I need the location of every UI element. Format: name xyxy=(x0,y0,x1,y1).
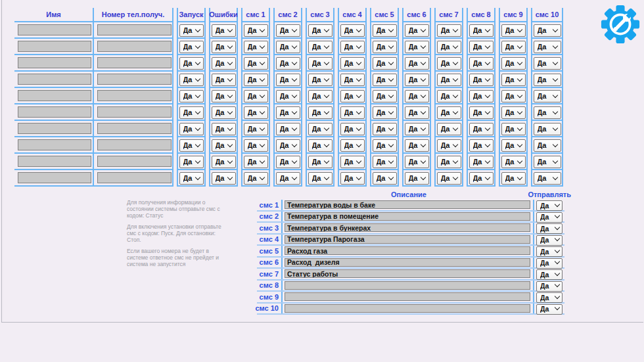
sms-8-select[interactable]: Да xyxy=(469,24,494,37)
sms-3-select[interactable]: Да xyxy=(308,139,333,152)
start-select[interactable]: Да xyxy=(179,57,204,70)
sms-2-select[interactable]: Да xyxy=(276,74,300,86)
sms-3-select[interactable]: Да xyxy=(308,156,333,168)
sms-send-select[interactable]: Да xyxy=(536,269,563,280)
sms-6-select[interactable]: Да xyxy=(405,139,429,152)
sms-description-input[interactable] xyxy=(285,223,530,232)
sms-3-select[interactable]: Да xyxy=(308,41,333,53)
sms-2-select[interactable]: Да xyxy=(276,41,300,53)
sms-9-select[interactable]: Да xyxy=(501,41,526,53)
sms-8-select[interactable]: Да xyxy=(469,41,494,53)
recipient-name-input[interactable] xyxy=(18,172,91,183)
recipient-phone-input[interactable] xyxy=(97,123,172,134)
sms-5-select[interactable]: Да xyxy=(373,156,397,168)
sms-9-select[interactable]: Да xyxy=(501,123,526,135)
sms-5-select[interactable]: Да xyxy=(373,41,397,53)
sms-4-select[interactable]: Да xyxy=(340,172,365,185)
recipient-phone-input[interactable] xyxy=(97,24,172,35)
sms-2-select[interactable]: Да xyxy=(276,57,300,70)
start-select[interactable]: Да xyxy=(179,24,204,37)
sms-8-select[interactable]: Да xyxy=(469,106,494,119)
sms-6-select[interactable]: Да xyxy=(405,123,429,135)
sms-2-select[interactable]: Да xyxy=(276,24,300,37)
sms-2-select[interactable]: Да xyxy=(276,172,300,185)
sms-7-select[interactable]: Да xyxy=(437,123,461,135)
sms-3-select[interactable]: Да xyxy=(308,74,333,86)
sms-send-select[interactable]: Да xyxy=(536,223,563,234)
sms-1-select[interactable]: Да xyxy=(244,74,268,86)
recipient-name-input[interactable] xyxy=(18,106,91,118)
sms-1-select[interactable]: Да xyxy=(244,123,268,135)
sms-1-select[interactable]: Да xyxy=(244,139,268,152)
sms-2-select[interactable]: Да xyxy=(276,90,300,102)
sms-4-select[interactable]: Да xyxy=(340,156,365,168)
sms-6-select[interactable]: Да xyxy=(405,57,429,70)
sms-3-select[interactable]: Да xyxy=(308,123,333,135)
sms-2-select[interactable]: Да xyxy=(276,156,300,168)
sms-5-select[interactable]: Да xyxy=(373,57,397,70)
sms-description-input[interactable] xyxy=(285,235,530,244)
sms-8-select[interactable]: Да xyxy=(469,90,494,102)
sms-9-select[interactable]: Да xyxy=(501,57,526,70)
recipient-phone-input[interactable] xyxy=(97,139,172,150)
sms-4-select[interactable]: Да xyxy=(340,41,365,53)
errors-select[interactable]: Да xyxy=(212,139,236,152)
sms-10-select[interactable]: Да xyxy=(534,57,561,70)
sms-7-select[interactable]: Да xyxy=(437,106,461,119)
sms-8-select[interactable]: Да xyxy=(469,123,494,135)
sms-send-select[interactable]: Да xyxy=(536,258,563,269)
sms-4-select[interactable]: Да xyxy=(340,74,365,86)
sms-5-select[interactable]: Да xyxy=(373,90,397,102)
start-select[interactable]: Да xyxy=(179,172,204,185)
sms-10-select[interactable]: Да xyxy=(534,172,561,185)
recipient-phone-input[interactable] xyxy=(97,90,172,101)
start-select[interactable]: Да xyxy=(179,41,204,53)
recipient-phone-input[interactable] xyxy=(97,106,172,118)
sms-4-select[interactable]: Да xyxy=(340,106,365,119)
start-select[interactable]: Да xyxy=(179,106,204,119)
sms-9-select[interactable]: Да xyxy=(501,106,526,119)
errors-select[interactable]: Да xyxy=(212,90,236,102)
sms-9-select[interactable]: Да xyxy=(501,172,526,185)
sms-8-select[interactable]: Да xyxy=(469,172,494,185)
start-select[interactable]: Да xyxy=(179,90,204,102)
sms-4-select[interactable]: Да xyxy=(340,57,365,70)
sms-7-select[interactable]: Да xyxy=(437,74,461,86)
sms-10-select[interactable]: Да xyxy=(534,123,561,135)
sms-6-select[interactable]: Да xyxy=(405,156,429,168)
errors-select[interactable]: Да xyxy=(212,24,236,37)
errors-select[interactable]: Да xyxy=(212,106,236,119)
sms-9-select[interactable]: Да xyxy=(501,139,526,152)
sms-6-select[interactable]: Да xyxy=(405,90,429,102)
sms-1-select[interactable]: Да xyxy=(244,156,268,168)
sms-8-select[interactable]: Да xyxy=(469,156,494,168)
sms-3-select[interactable]: Да xyxy=(308,90,333,102)
sms-send-select[interactable]: Да xyxy=(536,246,563,257)
sms-10-select[interactable]: Да xyxy=(534,90,561,102)
recipient-name-input[interactable] xyxy=(18,139,91,150)
sms-4-select[interactable]: Да xyxy=(340,139,365,152)
sms-description-input[interactable] xyxy=(285,258,530,267)
errors-select[interactable]: Да xyxy=(212,74,236,86)
errors-select[interactable]: Да xyxy=(212,123,236,135)
start-select[interactable]: Да xyxy=(179,139,204,152)
sms-10-select[interactable]: Да xyxy=(534,156,561,168)
sms-5-select[interactable]: Да xyxy=(373,24,397,37)
sms-7-select[interactable]: Да xyxy=(437,57,461,70)
sms-9-select[interactable]: Да xyxy=(501,74,526,86)
sms-4-select[interactable]: Да xyxy=(340,90,365,102)
recipient-name-input[interactable] xyxy=(18,156,91,167)
sms-send-select[interactable]: Да xyxy=(536,304,563,315)
sms-description-input[interactable] xyxy=(285,246,530,255)
sms-10-select[interactable]: Да xyxy=(534,106,561,119)
sms-7-select[interactable]: Да xyxy=(437,172,461,185)
recipient-name-input[interactable] xyxy=(18,90,91,101)
recipient-name-input[interactable] xyxy=(18,24,91,35)
sms-description-input[interactable] xyxy=(285,304,530,313)
sms-8-select[interactable]: Да xyxy=(469,139,494,152)
sms-1-select[interactable]: Да xyxy=(244,106,268,119)
recipient-name-input[interactable] xyxy=(18,41,91,52)
start-select[interactable]: Да xyxy=(179,156,204,168)
sms-2-select[interactable]: Да xyxy=(276,106,300,119)
sms-send-select[interactable]: Да xyxy=(536,292,563,303)
